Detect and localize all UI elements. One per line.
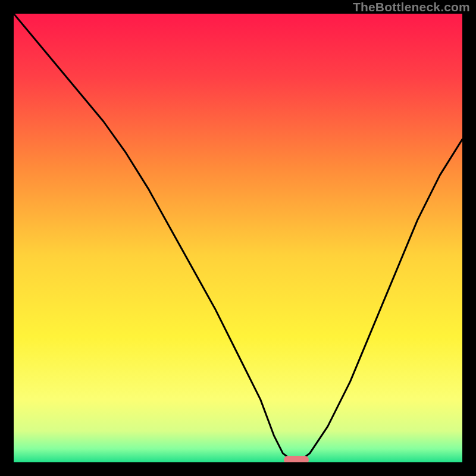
plot-area [14,14,462,462]
optimal-marker [284,456,309,462]
background-gradient [14,14,462,462]
watermark-text: TheBottleneck.com [353,0,470,14]
